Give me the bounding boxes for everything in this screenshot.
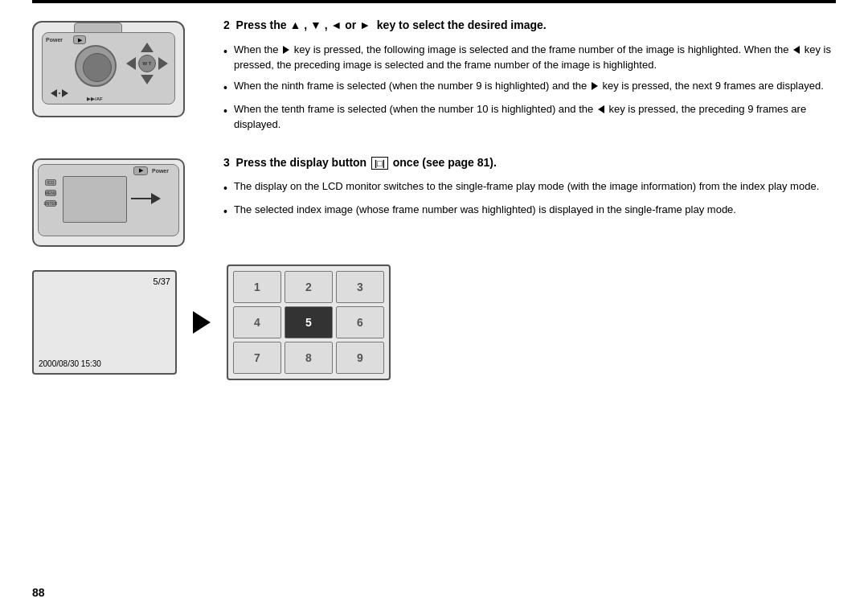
menu-button: MENU <box>45 190 56 196</box>
top-rule <box>32 0 836 3</box>
cam2-body: Power ▶ ICO MENU ENTER <box>38 164 179 236</box>
display-btn-symbol: |□| <box>371 157 388 170</box>
page-container: Power ▶ <box>0 0 868 615</box>
bullet-3: • When the tenth frame is selected (when… <box>223 101 836 133</box>
grid-cell-3: 3 <box>336 271 384 303</box>
step-1-title: 2 Press the ▲ , ▼ , ◄ or ► key to select… <box>223 18 836 34</box>
bullet-1: • When the key is pressed, the following… <box>223 42 836 73</box>
bullet-dot-3: • <box>223 103 227 120</box>
bullet-text-3: When the tenth frame is selected (when t… <box>234 101 836 133</box>
single-frame-box: 5/37 2000/08/30 15:30 <box>32 270 177 375</box>
grid-cell-9: 9 <box>336 342 384 374</box>
bullet-text-5: The selected index image (whose frame nu… <box>234 202 836 218</box>
grid-cell-5: 5 <box>285 306 333 338</box>
bullet-text-1: When the key is pressed, the following i… <box>234 42 836 73</box>
arrow-right-icon-2 <box>592 82 598 90</box>
bullet-text-4: The display on the LCD monitor switches … <box>234 178 836 195</box>
section-2: Power ▶ ICO MENU ENTER <box>32 155 836 247</box>
bullet-dot-4: • <box>223 180 227 197</box>
dpad: W T <box>126 43 168 84</box>
camera-2-illustration: Power ▶ ICO MENU ENTER <box>34 160 183 245</box>
grid-cell-2: 2 <box>285 271 333 303</box>
bullet-4: • The display on the LCD monitor switche… <box>223 178 836 197</box>
bullet-dot-2: • <box>223 80 227 96</box>
camera-1-box: Power ▶ <box>32 21 185 117</box>
arrow-right-icon-1 <box>283 46 289 54</box>
section-1-text: 2 Press the ▲ , ▼ , ◄ or ► key to select… <box>223 18 836 137</box>
cam2-arrow <box>131 193 161 204</box>
section-2-text: 3 Press the display button |□| once (see… <box>223 155 836 226</box>
camera-1-illustration: Power ▶ <box>34 23 183 116</box>
arrow-indicators <box>51 89 68 97</box>
ico-button: ICO <box>45 179 56 186</box>
camera-lens <box>75 45 117 87</box>
bottom-diagram: 5/37 2000/08/30 15:30 1 2 3 4 5 6 7 8 9 <box>32 264 836 380</box>
camera-body: Power ▶ <box>42 32 175 105</box>
arrow-left-icon-1 <box>793 46 800 54</box>
index-grid-box: 1 2 3 4 5 6 7 8 9 <box>227 264 391 380</box>
section-1: Power ▶ <box>32 18 836 137</box>
grid-cell-7: 7 <box>233 342 281 374</box>
dpad-label: W T <box>143 61 152 66</box>
cam2-power-label: Power <box>152 168 169 174</box>
step-2-title: 3 Press the display button |□| once (see… <box>223 155 836 171</box>
grid-cell-8: 8 <box>285 342 333 374</box>
bullet-dot-5: • <box>223 203 227 220</box>
enter-button: ENTER <box>45 200 56 207</box>
camera-1-image: Power ▶ <box>32 21 201 117</box>
bottom-label: ▶▶/AF <box>87 96 103 101</box>
frame-counter: 5/37 <box>39 277 170 286</box>
grid-cell-1: 1 <box>233 271 281 303</box>
bullet-5: • The selected index image (whose frame … <box>223 202 836 220</box>
arrow-left-icon-3 <box>598 105 604 113</box>
index-grid: 1 2 3 4 5 6 7 8 9 <box>233 271 384 374</box>
arrow-transition <box>193 311 211 334</box>
bullet-text-2: When the ninth frame is selected (when t… <box>234 78 836 94</box>
bullet-2: • When the ninth frame is selected (when… <box>223 78 836 96</box>
grid-cell-6: 6 <box>336 306 384 338</box>
camera-2-image: Power ▶ ICO MENU ENTER <box>32 158 201 247</box>
section-2-bullets: • The display on the LCD monitor switche… <box>223 178 836 220</box>
power-label: Power <box>46 37 63 43</box>
cam2-lcd <box>63 176 127 223</box>
page-number: 88 <box>32 586 45 599</box>
camera-2-box: Power ▶ ICO MENU ENTER <box>32 158 185 247</box>
cam2-side-buttons: ICO MENU ENTER <box>45 179 56 207</box>
cam2-play-btn: ▶ <box>133 166 148 175</box>
grid-cell-4: 4 <box>233 306 281 338</box>
bullet-dot-1: • <box>223 43 227 60</box>
transition-arrow-icon <box>193 311 211 334</box>
section-1-bullets: • When the key is pressed, the following… <box>223 42 836 133</box>
frame-date: 2000/08/30 15:30 <box>39 359 101 368</box>
play-button: ▶ <box>73 35 86 44</box>
